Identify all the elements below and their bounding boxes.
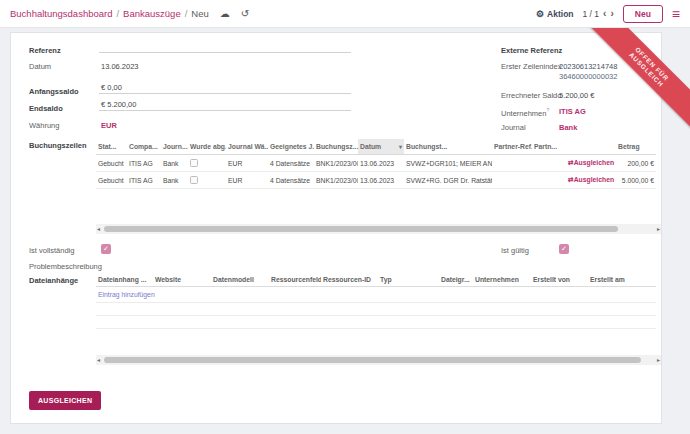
col-website[interactable]: Website [153,273,211,287]
col-buchungszeile[interactable]: Buchungsz... [314,139,358,155]
col-betrag[interactable]: Betrag [616,139,656,155]
breadcrumb-statements-link[interactable]: Bankauszüge [123,8,181,19]
cell-status: Gebucht [96,172,127,189]
scroll-right-icon[interactable]: ▸ [657,225,660,232]
anfangssaldo-input[interactable]: € 0,00 [99,83,351,94]
ist-gueltig-label: Ist gültig [501,246,529,255]
statement-line-row[interactable]: Gebucht ITIS AG Bank EUR 4 Datensätze BN… [96,172,656,189]
col-journal[interactable]: Journ... [161,139,188,155]
ist-gueltig-checkbox[interactable]: ✓ [559,244,569,254]
cell-currency: EUR [226,172,268,189]
new-record-button[interactable]: Neu [623,5,663,23]
pager-prev-icon[interactable]: ‹ [603,10,606,18]
col-action [566,139,616,155]
scroll-right-icon[interactable]: ▸ [657,356,660,363]
cell-action: ⇄Ausgleichen [566,155,616,172]
col-erstellt-am[interactable]: Erstellt am [588,273,656,287]
problembeschreibung-label: Problembeschreibung [29,262,102,271]
breadcrumb-dashboard-link[interactable]: Buchhaltungsdashboard [10,8,112,19]
form-sheet: Referenz Datum 13.06.2023 Anfangssaldo €… [10,32,662,424]
zeilenindex-label: Erster Zeilenindex [501,62,561,71]
col-datum-sorted[interactable]: Datum▾ [358,139,404,155]
empty-attachment-row [96,316,656,329]
record-pager: 1 / 1 ‹ › [583,9,614,19]
col-status[interactable]: Stat... [96,139,127,155]
check-icon: ✓ [103,245,109,252]
pager-next-icon[interactable]: › [610,10,613,18]
cell-datum: 13.06.2023 [358,172,404,189]
sort-caret-icon: ▾ [399,143,402,150]
cell-journal: Bank [161,172,188,189]
col-partner-ref[interactable]: Partner-Ref... [492,139,532,155]
cell-buchungszeile: BNK1/2023/00 [314,155,358,172]
cell-betrag: 5.000,00 € [616,172,656,189]
scrollbar-thumb[interactable] [104,357,641,363]
col-erstellt-von[interactable]: Erstellt von [531,273,588,287]
cell-partner-ref [492,172,532,189]
anfangssaldo-label: Anfangssaldo [29,87,79,96]
col-buchungstext[interactable]: Buchungst... [404,139,492,155]
cloud-save-icon[interactable]: ☁ [220,8,230,19]
abgeglichen-checkbox[interactable] [190,159,198,167]
action-menu-button[interactable]: ⚙ Aktion [536,9,574,19]
cell-datum: 13.06.2023 [358,155,404,172]
zeilenindex-value-line1[interactable]: 20230613214748 [559,62,617,71]
zeilenindex-value-line2: 36460000000032 [559,72,617,81]
attachments-table-scrollbar[interactable]: ◂ ▸ [96,355,661,365]
col-ressourcenfeld[interactable]: Ressourcenfeld [269,273,321,287]
col-abgeglichen[interactable]: Wurde abg... [188,139,226,155]
ist-vollstaendig-label: Ist vollständig [29,246,74,255]
add-entry-row: Eintrag hinzufügen [96,287,656,303]
col-company[interactable]: Compa... [127,139,161,155]
unternehmen-link[interactable]: ITIS AG [559,107,586,116]
cell-company: ITIS AG [127,155,161,172]
col-partner[interactable]: Partn... [532,139,566,155]
breadcrumb: Buchhaltungsdashboard / Bankauszüge / Ne… [10,8,249,19]
statement-line-row[interactable]: Gebucht ITIS AG Bank EUR 4 Datensätze BN… [96,155,656,172]
scrollbar-thumb[interactable] [104,226,618,232]
lines-table-scrollbar[interactable]: ◂ ▸ [96,224,661,234]
cell-buchungszeile: BNK1/2023/00 [314,172,358,189]
ausgleichen-button[interactable]: AUSGLEICHEN [29,391,101,410]
col-ressourcen-id[interactable]: Ressourcen-ID [321,273,378,287]
cell-partner-ref [492,155,532,172]
cell-journal: Bank [161,155,188,172]
hamburger-menu-icon[interactable]: ≡ [672,9,680,19]
datum-input[interactable]: 13.06.2023 [101,62,139,71]
dateianhaenge-table: Dateianhang ... Website Datenmodell Ress… [96,273,656,329]
gear-icon: ⚙ [536,9,544,19]
ist-vollstaendig-checkbox[interactable]: ✓ [101,244,111,254]
col-dateianhang[interactable]: Dateianhang ... [96,273,153,287]
scroll-left-icon[interactable]: ◂ [97,225,100,232]
col-currency[interactable]: Journal Wä... [226,139,268,155]
col-typ[interactable]: Typ [378,273,439,287]
ausgleichen-row-button[interactable]: ⇄Ausgleichen [568,176,614,183]
referenz-label: Referenz [29,46,61,55]
waehrung-link[interactable]: EUR [101,121,117,130]
topbar-controls: ⚙ Aktion 1 / 1 ‹ › Neu ≡ [536,5,680,23]
ausgleichen-row-button[interactable]: ⇄Ausgleichen [568,159,614,166]
cell-geeignet: 4 Datensätze [268,172,314,189]
referenz-input[interactable] [99,42,351,53]
cell-abgeglichen [188,172,226,189]
cell-abgeglichen [188,155,226,172]
col-dateigroesse[interactable]: Dateigr... [439,273,473,287]
col-unternehmen[interactable]: Unternehmen [473,273,531,287]
journal-link[interactable]: Bank [559,123,577,132]
cell-company: ITIS AG [127,172,161,189]
undo-icon[interactable]: ↺ [241,8,249,19]
errechneter-saldo-label: Errechneter Saldo [501,91,561,100]
endsaldo-input[interactable]: € 5.200,00 [99,100,351,111]
topbar: Buchhaltungsdashboard / Bankauszüge / Ne… [0,0,690,28]
datum-label: Datum [29,62,51,71]
empty-attachment-row [96,303,656,316]
waehrung-label: Währung [29,121,59,130]
form-content: OFFEN FÜR AUSGLEICH Referenz Datum 13.06… [0,28,690,434]
col-geeignet[interactable]: Geeignetes J... [268,139,314,155]
scroll-left-icon[interactable]: ◂ [97,356,100,363]
add-entry-link[interactable]: Eintrag hinzufügen [98,291,155,298]
abgeglichen-checkbox[interactable] [190,176,198,184]
endsaldo-label: Endsaldo [29,104,63,113]
col-datenmodell[interactable]: Datenmodell [211,273,269,287]
help-marker: ? [546,107,549,113]
